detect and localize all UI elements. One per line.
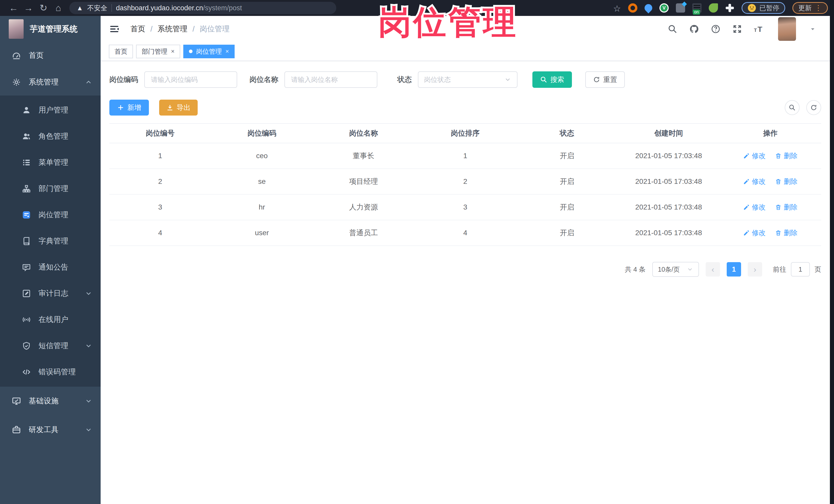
table-row: 3hr人力资源3开启2021-01-05 17:03:48修改删除 — [109, 195, 821, 220]
sidebar-item[interactable]: 审计日志 — [0, 280, 101, 307]
delete-link-label: 删除 — [784, 151, 797, 160]
sidebar-item[interactable]: 短信管理 — [0, 333, 101, 359]
sidebar-item[interactable]: 菜单管理 — [0, 149, 101, 176]
table-body: 1ceo董事长1开启2021-01-05 17:03:48修改删除2se项目经理… — [109, 143, 821, 246]
sidebar-item[interactable]: 首页 — [0, 42, 101, 69]
extension-grid-icon[interactable] — [676, 3, 685, 13]
profile-paused-chip[interactable]: 已暂停 — [742, 2, 785, 14]
sidebar-item[interactable]: 用户管理 — [0, 97, 101, 123]
logo-image — [9, 19, 24, 39]
hamburger-icon[interactable] — [109, 24, 119, 34]
table-toolbar: 新增 导出 — [109, 100, 821, 115]
edit-link[interactable]: 修改 — [743, 177, 766, 186]
cell-created: 2021-01-05 17:03:48 — [618, 195, 720, 220]
edit-icon — [743, 229, 750, 236]
extension-green-check-icon[interactable]: V — [659, 3, 669, 13]
reload-icon[interactable]: ↻ — [36, 3, 51, 13]
main-content: 岗位编码 请输入岗位编码 岗位名称 请输入岗位名称 状态 岗位状态 搜索 重置 — [101, 61, 830, 504]
cell-status: 开启 — [516, 169, 618, 194]
caret-down-icon[interactable] — [809, 26, 816, 32]
bookmark-star-icon[interactable]: ☆ — [613, 3, 621, 13]
delete-link[interactable]: 删除 — [775, 202, 797, 212]
extension-pin-icon[interactable] — [643, 3, 654, 13]
sidebar-item[interactable]: 系统管理 — [0, 69, 101, 95]
edit-link-label: 修改 — [752, 228, 766, 238]
column-header: 岗位排序 — [414, 124, 516, 143]
cell-status: 开启 — [516, 143, 618, 169]
close-icon[interactable]: × — [225, 48, 229, 55]
search-icon — [540, 76, 547, 83]
add-button[interactable]: 新增 — [109, 100, 149, 115]
breadcrumb-system[interactable]: 系统管理 — [158, 24, 188, 34]
sidebar-item[interactable]: 在线用户 — [0, 307, 101, 333]
delete-link-label: 删除 — [784, 202, 797, 212]
sidebar-item[interactable]: 错误码管理 — [0, 359, 101, 385]
github-icon[interactable] — [689, 24, 699, 34]
chevron-down-icon — [504, 76, 511, 83]
sidebar-item[interactable]: 研发工具 — [0, 415, 101, 444]
delete-link[interactable]: 删除 — [775, 151, 797, 160]
edit-link[interactable]: 修改 — [743, 151, 766, 160]
cell-id: 2 — [109, 169, 211, 194]
extensions-puzzle-icon[interactable] — [725, 3, 734, 13]
delete-icon — [775, 204, 782, 211]
post-code-input[interactable]: 请输入岗位编码 — [144, 71, 237, 88]
tab-view-active[interactable]: 岗位管理× — [183, 45, 235, 58]
reset-button[interactable]: 重置 — [585, 71, 625, 88]
edit-link[interactable]: 修改 — [743, 202, 766, 212]
post-name-input[interactable]: 请输入岗位名称 — [284, 71, 377, 88]
sidebar-item-label: 错误码管理 — [39, 367, 76, 377]
chevron-down-icon — [85, 342, 92, 350]
sidebar-item[interactable]: 基础设施 — [0, 387, 101, 415]
extension-orange-ring-icon[interactable] — [628, 3, 637, 13]
breadcrumb-home[interactable]: 首页 — [130, 24, 145, 34]
forward-icon[interactable]: → — [21, 3, 36, 13]
edit-link-label: 修改 — [752, 151, 766, 160]
url-host: dashboard.yudao.iocoder.cn — [116, 4, 203, 12]
search-button[interactable]: 搜索 — [532, 71, 572, 88]
help-icon[interactable] — [711, 24, 721, 34]
goto-page-input[interactable] — [791, 262, 810, 277]
page-size-select[interactable]: 10条/页 — [652, 262, 699, 277]
status-select[interactable]: 岗位状态 — [418, 71, 518, 88]
export-button[interactable]: 导出 — [159, 100, 198, 115]
toggle-search-button[interactable] — [785, 100, 799, 115]
sidebar-item-active[interactable]: 岗位管理 — [0, 202, 101, 228]
back-icon[interactable]: ← — [6, 3, 21, 13]
cell-code: hr — [211, 195, 313, 220]
kebab-menu-icon[interactable]: ⋮ — [815, 7, 822, 9]
current-page-button[interactable]: 1 — [727, 262, 741, 277]
search-icon[interactable] — [668, 24, 677, 34]
edit-link[interactable]: 修改 — [743, 228, 766, 238]
app-logo[interactable]: 芋道管理系统 — [0, 16, 101, 42]
fullscreen-icon[interactable] — [732, 24, 742, 34]
prev-page-button[interactable]: ‹ — [706, 262, 720, 277]
home-icon[interactable]: ⌂ — [51, 3, 66, 13]
audit-log-icon — [22, 289, 31, 298]
sidebar-item[interactable]: 部门管理 — [0, 176, 101, 202]
sidebar-item[interactable]: 角色管理 — [0, 123, 101, 149]
refresh-table-button[interactable] — [806, 100, 821, 115]
cell-id: 4 — [109, 220, 211, 245]
browser-update-button[interactable]: 更新 ⋮ — [792, 2, 828, 14]
sidebar-item[interactable]: 通知公告 — [0, 254, 101, 280]
extension-list-icon[interactable]: on — [692, 3, 702, 13]
close-icon[interactable]: × — [171, 48, 175, 55]
sidebar-item[interactable]: 字典管理 — [0, 228, 101, 254]
cell-created: 2021-01-05 17:03:48 — [618, 143, 720, 169]
column-header: 操作 — [720, 124, 821, 143]
tab-view[interactable]: 部门管理× — [136, 45, 180, 58]
column-header: 创建时间 — [618, 124, 720, 143]
next-page-button[interactable]: › — [748, 262, 762, 277]
user-avatar[interactable] — [778, 17, 796, 41]
delete-link[interactable]: 删除 — [775, 177, 797, 186]
tab-view[interactable]: 首页 — [109, 45, 133, 58]
plus-icon — [117, 104, 124, 111]
announcement-icon — [22, 263, 31, 272]
filter-form: 岗位编码 请输入岗位编码 岗位名称 请输入岗位名称 状态 岗位状态 搜索 重置 — [109, 71, 821, 88]
delete-link[interactable]: 删除 — [775, 228, 797, 238]
font-size-icon[interactable]: TT — [754, 24, 764, 34]
address-bar[interactable]: ▲ 不安全 dashboard.yudao.iocoder.cn/system/… — [69, 2, 336, 14]
extension-sprout-icon[interactable] — [709, 3, 718, 13]
dict-book-icon — [22, 237, 31, 245]
